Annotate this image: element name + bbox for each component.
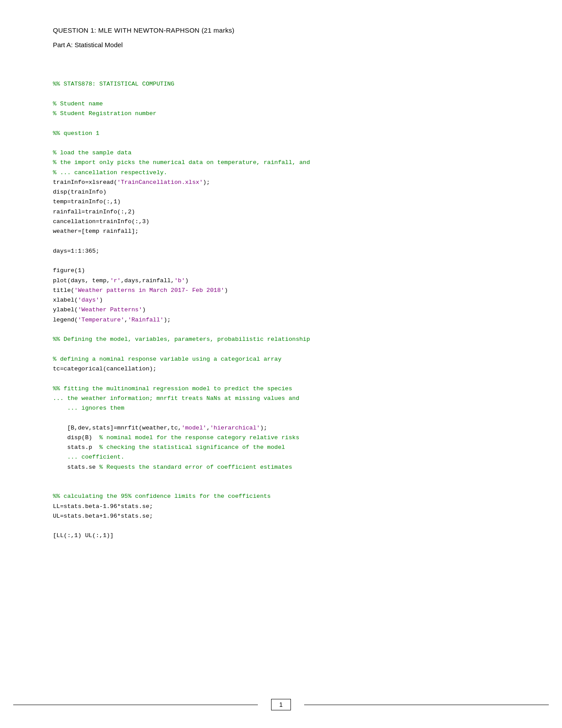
code16: disp(B) % nominal model for the response… — [53, 434, 299, 441]
section5-comment: %% calculating the 95% confidence limits… — [53, 493, 271, 500]
page: QUESTION 1: MLE WITH NEWTON-RAPHSON (21 … — [0, 0, 562, 728]
code19: LL=stats.beta-1.96*stats.se; — [53, 503, 153, 510]
section2-comment: %% question 1 — [53, 130, 99, 137]
code3: temp=trainInfo(:,1) — [53, 198, 121, 205]
code1: trainInfo=xlsread('TrainCancellation.xls… — [53, 179, 210, 186]
footer-line-left — [13, 705, 258, 705]
line1: % Student name — [53, 101, 103, 107]
fit-comment2: ... ignores them — [53, 405, 124, 411]
part-title: Part A: Statistical Model — [53, 41, 509, 49]
code8: figure(1) — [53, 267, 85, 274]
code14: tc=categorical(cancellation); — [53, 366, 156, 372]
code13: legend('Temperature','Rainfall'); — [53, 317, 171, 323]
page-footer: 1 — [0, 699, 562, 710]
question-title: QUESTION 1: MLE WITH NEWTON-RAPHSON (21 … — [53, 26, 509, 34]
code17: stats.p % checking the statistical signi… — [53, 444, 285, 460]
code2: disp(trainInfo) — [53, 189, 107, 195]
section1-comment: %% STATS878: STATISTICAL COMPUTING — [53, 81, 174, 87]
code21: [LL(:,1) UL(:,1)] — [53, 532, 114, 539]
code9: plot(days, temp,'r',days,rainfall,'b') — [53, 277, 189, 284]
line2: % Student Registration number — [53, 110, 156, 117]
load-comment3: % ... cancellation respectively. — [53, 169, 167, 176]
code18: stats.se % Requests the standard error o… — [53, 464, 292, 470]
code-block: %% STATS878: STATISTICAL COMPUTING % Stu… — [53, 70, 509, 551]
page-number: 1 — [271, 699, 291, 710]
fit-comment1: ... the weather information; mnrfit trea… — [53, 395, 299, 402]
load-comment1: % load the sample data — [53, 149, 131, 156]
code20: UL=stats.beta+1.96*stats.se; — [53, 513, 153, 519]
code4: rainfall=trainInfo(:,2) — [53, 209, 135, 215]
code15: [B,dev,stats]=mnrfit(weather,tc,'model',… — [53, 425, 267, 431]
code11: xlabel('days') — [53, 297, 103, 303]
load-comment2: % the import only picks the numerical da… — [53, 159, 310, 166]
code7: days=1:1:365; — [53, 248, 99, 254]
code12: ylabel('Weather Patterns') — [53, 306, 146, 313]
section3-comment: %% Defining the model, variables, parame… — [53, 336, 310, 343]
code10: title('Weather patterns in March 2017- F… — [53, 287, 228, 294]
def-comment: % defining a nominal response variable u… — [53, 356, 281, 362]
footer-line-right — [304, 705, 549, 705]
code5: cancellation=trainInfo(:,3) — [53, 218, 149, 225]
section4-comment: %% fitting the multinominal regression m… — [53, 385, 292, 392]
code6: weather=[temp rainfall]; — [53, 228, 138, 235]
